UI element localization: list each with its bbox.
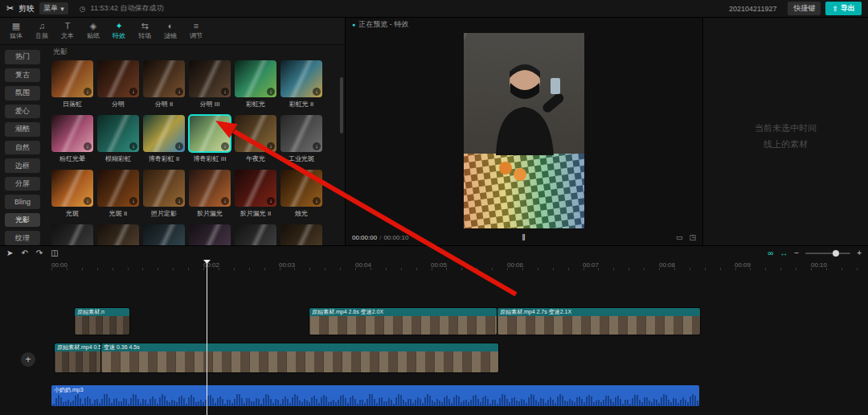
effect-item[interactable]: ↓胶片漏光 II xyxy=(235,170,280,224)
effect-thumb[interactable]: ↓ xyxy=(51,60,93,97)
preview-follow-toggle[interactable]: ↔ xyxy=(780,249,788,257)
clip[interactable]: 原始素材.mp4 2.6s 变速2.0X xyxy=(309,308,497,335)
effect-item[interactable]: ↓彩虹光 xyxy=(235,60,280,115)
grid-scrollbar[interactable] xyxy=(340,77,343,134)
audio-clip[interactable]: 小奶奶.mp3 xyxy=(51,385,699,406)
effect-item[interactable]: ↓ xyxy=(235,224,280,245)
zoom-in-button[interactable]: + xyxy=(857,249,862,257)
category-item[interactable]: 光影 xyxy=(5,213,40,228)
effect-thumb[interactable]: ↓ xyxy=(280,224,322,245)
category-item[interactable]: 分屏 xyxy=(5,177,40,191)
undo-button[interactable]: ↶ xyxy=(21,249,27,257)
tab-filter[interactable]: ◐滤镜 xyxy=(158,22,183,40)
effect-thumb[interactable]: ↓ xyxy=(97,224,139,245)
effect-thumb[interactable]: ↓ xyxy=(280,60,322,97)
effect-thumb[interactable]: ↓ xyxy=(143,115,185,152)
effect-thumb[interactable]: ↓ xyxy=(235,60,276,97)
effect-thumb[interactable]: ↓ xyxy=(189,170,231,207)
category-item[interactable]: 爱心 xyxy=(5,105,40,119)
tab-transition[interactable]: ⇆转场 xyxy=(132,22,158,40)
zoom-slider[interactable] xyxy=(805,249,850,257)
effect-thumb[interactable]: ↓ xyxy=(143,224,185,245)
effect-thumb[interactable]: ↓ xyxy=(235,115,276,152)
tab-adjust[interactable]: ≡调节 xyxy=(183,22,209,40)
effect-item[interactable]: ↓烛光 xyxy=(280,170,326,224)
menu-button[interactable]: 菜单 ▾ xyxy=(39,2,68,14)
shortcut-button[interactable]: 快捷键 xyxy=(788,2,821,15)
download-icon: ↓ xyxy=(175,197,183,205)
effect-thumb[interactable]: ↓ xyxy=(143,60,185,97)
effect-thumb[interactable]: ↓ xyxy=(143,170,185,207)
tab-media[interactable]: ▦媒体 xyxy=(3,22,29,40)
clip[interactable]: 变速 0.36 4.5s xyxy=(101,343,498,372)
tab-text[interactable]: T文本 xyxy=(55,22,80,40)
redo-button[interactable]: ↷ xyxy=(36,249,43,257)
effect-thumb[interactable]: ↓ xyxy=(189,224,231,245)
ruler-label: 00:00 xyxy=(51,261,68,269)
add-track-button[interactable]: + xyxy=(21,352,35,367)
effect-thumb[interactable]: ↓ xyxy=(235,170,276,207)
fullscreen-button[interactable]: ◳ xyxy=(689,233,696,241)
effect-item[interactable]: ↓博奇彩虹 III xyxy=(189,115,235,170)
select-tool[interactable]: ➤ xyxy=(6,249,13,257)
zoom-out-button[interactable]: − xyxy=(794,249,799,257)
effect-item[interactable]: ↓光斑 II xyxy=(97,170,143,224)
effect-thumb[interactable]: ↓ xyxy=(189,115,231,152)
effect-item[interactable]: ↓彩虹光 II xyxy=(280,60,326,115)
effect-thumb[interactable]: ↓ xyxy=(97,170,139,207)
effect-item[interactable]: ↓ xyxy=(51,224,97,245)
effect-item[interactable]: ↓胶片漏光 xyxy=(189,170,235,224)
effect-thumb[interactable]: ↓ xyxy=(280,170,322,207)
download-icon: ↓ xyxy=(129,197,137,205)
effect-thumb[interactable]: ↓ xyxy=(97,115,139,152)
effect-item[interactable]: ↓工业光斑 xyxy=(280,115,326,170)
effect-thumb[interactable]: ↓ xyxy=(97,60,139,97)
clip[interactable]: 原始素材.mp4 2.7s 变速2.1X xyxy=(497,308,700,335)
download-icon: ↓ xyxy=(221,142,229,150)
link-material-toggle[interactable]: ∞ xyxy=(768,249,773,257)
category-item[interactable]: 氛围 xyxy=(5,86,40,101)
time-ruler[interactable]: 00:0000:0200:0300:0400:0500:0600:0700:08… xyxy=(0,260,868,272)
clip[interactable]: 原始素材.n xyxy=(75,308,129,335)
export-button[interactable]: ⇧ 导出 xyxy=(825,2,862,15)
category-item[interactable]: 纹理 xyxy=(5,231,40,245)
effect-thumb[interactable]: ↓ xyxy=(51,224,93,245)
playhead[interactable] xyxy=(207,260,207,415)
effect-item[interactable]: ↓光斑 xyxy=(51,170,97,224)
ratio-button[interactable]: ▭ xyxy=(676,233,683,241)
effect-item[interactable]: ↓ xyxy=(97,224,143,245)
effect-item[interactable]: ↓博奇彩虹 II xyxy=(143,115,189,170)
category-item[interactable]: 自然 xyxy=(5,141,40,155)
tab-audio[interactable]: ♫音频 xyxy=(29,22,55,40)
effect-item[interactable]: ↓分明 II xyxy=(143,60,189,115)
effect-thumb[interactable]: ↓ xyxy=(235,224,276,245)
effect-item[interactable]: ↓分明 III xyxy=(189,60,235,115)
effect-thumb[interactable]: ↓ xyxy=(51,115,93,152)
effect-label: 光斑 xyxy=(51,209,93,218)
effect-thumb[interactable]: ↓ xyxy=(189,60,231,97)
clip[interactable]: 原始素材.mp4 0.5倍 xyxy=(55,343,100,372)
split-tool[interactable]: ◫ xyxy=(51,249,58,257)
category-item[interactable]: Bling xyxy=(5,195,40,209)
effect-item[interactable]: ↓分明 xyxy=(97,60,143,115)
effect-item[interactable]: ↓ xyxy=(143,224,189,245)
tab-effects[interactable]: ✦特效 xyxy=(106,22,132,40)
effect-item[interactable]: ↓ xyxy=(280,224,326,245)
category-item[interactable]: 复古 xyxy=(5,68,40,83)
effect-thumb[interactable]: ↓ xyxy=(280,115,322,152)
category-item[interactable]: 热门 xyxy=(5,50,40,64)
effect-item[interactable]: ↓午夜光 xyxy=(235,115,280,170)
category-item[interactable]: 边框 xyxy=(5,158,40,173)
effect-item[interactable]: ↓ xyxy=(189,224,235,245)
category-item[interactable]: 潮酷 xyxy=(5,122,40,137)
effect-item[interactable]: ↓粉红光晕 xyxy=(51,115,97,170)
tab-sticker[interactable]: ◈贴纸 xyxy=(80,22,106,40)
effect-item[interactable]: ↓日落虹 xyxy=(51,60,97,115)
effect-item[interactable]: ↓照片定影 xyxy=(143,170,189,224)
zoom-slider-thumb[interactable] xyxy=(833,250,839,257)
pause-button[interactable]: ‖ xyxy=(522,233,526,242)
effect-thumb[interactable]: ↓ xyxy=(51,170,93,207)
timeline: ➤↶↷◫ ∞↔ − + 00:0000:0200:0300:0400:0500:… xyxy=(0,245,868,415)
effect-item[interactable]: ↓模糊彩虹 xyxy=(97,115,143,170)
video-stage xyxy=(346,32,702,229)
